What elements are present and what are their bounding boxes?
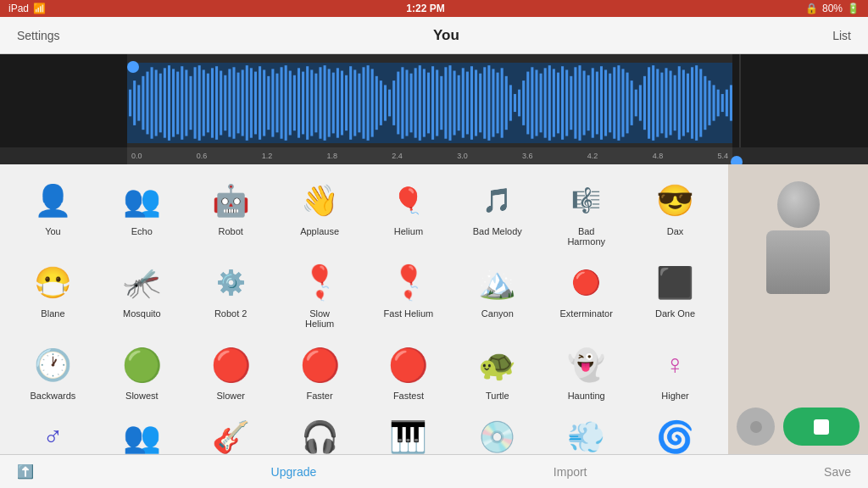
svg-rect-18 xyxy=(203,69,205,136)
slowest-icon: 🟢 xyxy=(119,341,165,388)
effect-canyon[interactable]: 🏔️ Canyon xyxy=(468,255,527,333)
effect-exterminator-label: Exterminator xyxy=(560,308,613,319)
effect-applause[interactable]: 👋 Applause xyxy=(290,173,349,251)
svg-rect-35 xyxy=(275,74,278,133)
main-content: 👤 You 👥 Echo 🤖 Robot 👋 Applause 🎈 Helium… xyxy=(0,164,868,454)
svg-rect-77 xyxy=(458,75,460,130)
waveform-left-cover xyxy=(0,54,127,147)
stop-button[interactable] xyxy=(783,408,860,446)
effect-mosquito[interactable]: 🦟 Mosquito xyxy=(112,255,171,333)
effect-fastest[interactable]: 🔴 Fastest xyxy=(379,337,438,405)
effects-row-4: ♂ Lower 👥 Choir 🎸 Guitar 🎧 One of Many 🎹… xyxy=(8,409,720,454)
timeline: 0.0 0.6 1.2 1.8 2.4 3.0 3.6 4.2 4.8 5.4 xyxy=(127,147,732,164)
svg-rect-25 xyxy=(232,67,235,138)
effect-slow-helium[interactable]: 🎈🎈 Slow Helium xyxy=(290,255,349,333)
svg-rect-62 xyxy=(392,80,395,125)
svg-rect-68 xyxy=(419,65,421,141)
nav-bar: Settings You List xyxy=(0,17,868,54)
svg-rect-113 xyxy=(613,67,615,138)
svg-rect-84 xyxy=(487,65,490,141)
effect-dax[interactable]: 😎 Dax xyxy=(646,173,705,251)
save-button[interactable]: Save xyxy=(824,465,851,479)
effect-lower[interactable]: ♂ Lower xyxy=(23,409,82,454)
waveform-display xyxy=(127,63,732,143)
timeline-label-3: 1.8 xyxy=(326,152,337,160)
one-of-many-icon: 🎧 xyxy=(297,413,343,454)
effect-robot2[interactable]: ⚙️ Robot 2 xyxy=(201,255,260,333)
upgrade-button[interactable]: Upgrade xyxy=(271,465,317,479)
effect-echo[interactable]: 👥 Echo xyxy=(112,173,171,251)
effect-slow-helium-label: Slow Helium xyxy=(294,308,345,329)
effect-haunting[interactable]: 👻 Haunting xyxy=(557,337,616,405)
timeline-label-1: 0.6 xyxy=(197,152,208,160)
svg-rect-57 xyxy=(371,69,374,136)
svg-rect-34 xyxy=(271,69,274,136)
svg-rect-87 xyxy=(501,68,504,137)
import-button[interactable]: Import xyxy=(554,465,587,479)
svg-rect-69 xyxy=(423,69,426,136)
svg-rect-95 xyxy=(535,69,537,136)
svg-rect-78 xyxy=(462,68,465,137)
timeline-label-0: 0.0 xyxy=(131,152,142,160)
dax-icon: 😎 xyxy=(652,177,698,224)
waveform-handle-left[interactable] xyxy=(127,61,139,73)
effect-faster[interactable]: 🔴 Faster xyxy=(290,337,349,405)
effect-fast-helium[interactable]: 🎈🎈 Fast Helium xyxy=(379,255,438,333)
timeline-label-8: 4.8 xyxy=(653,152,664,160)
timeline-label-7: 4.2 xyxy=(587,152,598,160)
effect-higher[interactable]: ♀ Higher xyxy=(646,337,705,405)
svg-rect-124 xyxy=(660,73,663,134)
svg-rect-122 xyxy=(652,65,654,141)
svg-rect-91 xyxy=(518,90,520,117)
list-button[interactable]: List xyxy=(828,25,855,47)
effect-backwards[interactable]: 🕐 Backwards xyxy=(23,337,82,405)
guitar-icon: 🎸 xyxy=(208,413,254,454)
effects-row-3: 🕐 Backwards 🟢 Slowest 🔴 Slower 🔴 Faster … xyxy=(8,337,720,405)
svg-rect-135 xyxy=(708,80,710,125)
stop-icon xyxy=(814,419,829,435)
svg-rect-132 xyxy=(695,65,698,141)
effect-slowest[interactable]: 🟢 Slowest xyxy=(112,337,171,405)
share-button[interactable]: ⬆️ xyxy=(17,463,34,480)
effect-bad-harmony[interactable]: 🎼 Bad Harmony xyxy=(557,173,616,251)
effect-organ[interactable]: 🎹 Organ xyxy=(379,409,438,454)
svg-rect-44 xyxy=(314,74,317,133)
svg-rect-116 xyxy=(626,73,629,134)
svg-rect-53 xyxy=(353,69,356,136)
controls-row xyxy=(737,408,860,446)
svg-rect-76 xyxy=(453,71,456,136)
svg-rect-45 xyxy=(319,67,321,138)
effect-dark-one[interactable]: ⬛ Dark One xyxy=(646,255,705,333)
svg-rect-100 xyxy=(557,73,559,134)
effect-swirling[interactable]: 🌀 Swirling xyxy=(646,409,705,454)
effect-fan[interactable]: 💨 Fan xyxy=(557,409,616,454)
record-button[interactable] xyxy=(737,408,775,446)
lock-icon: 🔒 xyxy=(805,3,818,14)
effect-mosquito-label: Mosquito xyxy=(123,308,161,319)
svg-rect-54 xyxy=(358,74,360,133)
waveform-handle-right[interactable] xyxy=(731,156,743,164)
effect-guitar[interactable]: 🎸 Guitar xyxy=(201,409,260,454)
svg-rect-43 xyxy=(310,69,313,136)
svg-rect-129 xyxy=(682,69,685,136)
effect-turtle[interactable]: 🐢 Turtle xyxy=(468,337,527,405)
effect-blane[interactable]: 😷 Blane xyxy=(23,255,82,333)
effect-slower[interactable]: 🔴 Slower xyxy=(201,337,260,405)
effect-helium[interactable]: 🎈 Helium xyxy=(379,173,438,251)
right-panel xyxy=(728,164,868,454)
effect-you[interactable]: 👤 You xyxy=(23,173,82,251)
effect-warped[interactable]: 💿 Warped xyxy=(468,409,527,454)
svg-rect-74 xyxy=(444,67,447,138)
effect-choir[interactable]: 👥 Choir xyxy=(112,409,171,454)
robot-icon: 🤖 xyxy=(208,177,254,224)
svg-rect-111 xyxy=(604,69,607,136)
settings-button[interactable]: Settings xyxy=(13,25,64,47)
effect-dark-one-label: Dark One xyxy=(655,308,695,319)
effect-exterminator[interactable]: 🔴 Exterminator xyxy=(557,255,616,333)
robot2-icon: ⚙️ xyxy=(208,259,254,306)
svg-rect-2 xyxy=(133,80,136,125)
effect-robot[interactable]: 🤖 Robot xyxy=(201,173,260,251)
effect-one-of-many[interactable]: 🎧 One of Many xyxy=(290,409,349,454)
effect-bad-melody[interactable]: 🎵 Bad Melody xyxy=(468,173,527,251)
exterminator-icon: 🔴 xyxy=(563,259,609,306)
